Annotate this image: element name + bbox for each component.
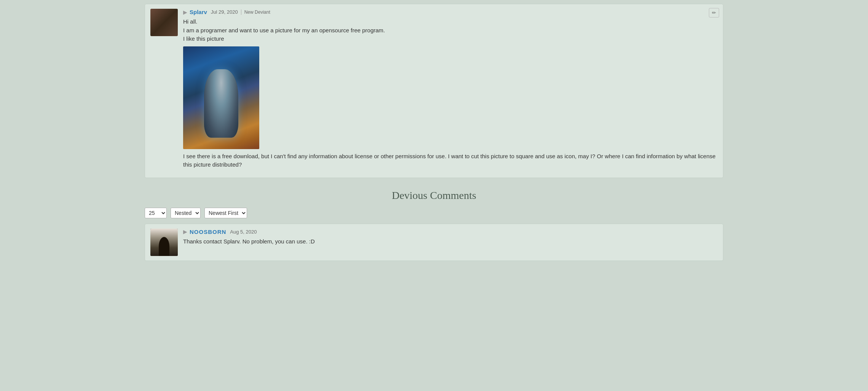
per-page-select[interactable]: 25 50 100: [145, 208, 167, 218]
reply-comment-header: ▶ NOOSBORN Aug 5, 2020: [183, 229, 718, 235]
view-select[interactable]: Nested Flat: [171, 208, 201, 218]
reply-comment-text: Thanks contact Splarv. No problem, you c…: [183, 237, 718, 246]
reply-date: Aug 5, 2020: [230, 229, 257, 235]
reply-avatar-img: [150, 229, 178, 256]
controls-row: 25 50 100 Nested Flat Newest First Oldes…: [145, 208, 723, 218]
main-date: Jul 29, 2020: [211, 9, 238, 15]
main-comment-card: ▶ Splarv Jul 29, 2020 New Deviant Hi all…: [145, 4, 723, 178]
sort-select[interactable]: Newest First Oldest First: [204, 208, 247, 218]
comment-image[interactable]: [183, 46, 259, 149]
main-username[interactable]: Splarv: [190, 9, 207, 15]
main-comment-body: ▶ Splarv Jul 29, 2020 New Deviant Hi all…: [183, 9, 718, 173]
reply-username[interactable]: NOOSBORN: [190, 229, 226, 235]
reply-avatar: [150, 229, 178, 256]
main-text-line-2: I am a programer and want to use a pictu…: [183, 26, 718, 35]
main-avatar: [150, 9, 178, 36]
reply-arrow-icon: ▶: [183, 9, 187, 15]
reply-comment-card: ▶ NOOSBORN Aug 5, 2020 Thanks contact Sp…: [145, 224, 723, 261]
main-text-line-1: Hi all.: [183, 17, 718, 26]
reply-arrow-icon-2: ▶: [183, 229, 187, 235]
main-comment-header: ▶ Splarv Jul 29, 2020 New Deviant: [183, 9, 718, 15]
main-text-line-3: I like this picture: [183, 35, 718, 43]
edit-button[interactable]: ✏: [709, 8, 719, 17]
main-badge: New Deviant: [241, 10, 270, 15]
main-follow-up: I see there is a free download, but I ca…: [183, 152, 718, 169]
section-heading: Devious Comments: [145, 189, 723, 202]
reply-comment-body: ▶ NOOSBORN Aug 5, 2020 Thanks contact Sp…: [183, 229, 718, 250]
main-comment-text: Hi all. I am a programer and want to use…: [183, 17, 718, 169]
